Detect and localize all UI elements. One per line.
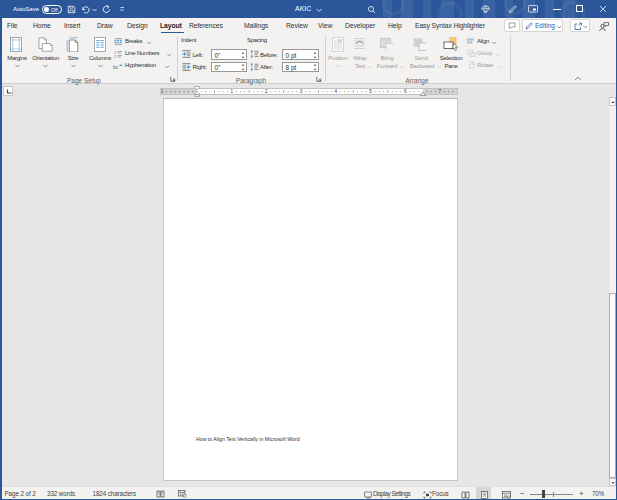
- svg-text:2: 2: [114, 54, 117, 59]
- svg-text:4: 4: [334, 89, 337, 94]
- svg-text:2: 2: [265, 89, 268, 94]
- svg-text:bc: bc: [113, 64, 119, 70]
- svg-text:1: 1: [230, 89, 233, 94]
- svg-text:3: 3: [299, 89, 302, 94]
- svg-text:5: 5: [369, 89, 372, 94]
- svg-text:1: 1: [161, 89, 164, 94]
- svg-text:7: 7: [438, 89, 441, 94]
- svg-text:6: 6: [403, 89, 406, 94]
